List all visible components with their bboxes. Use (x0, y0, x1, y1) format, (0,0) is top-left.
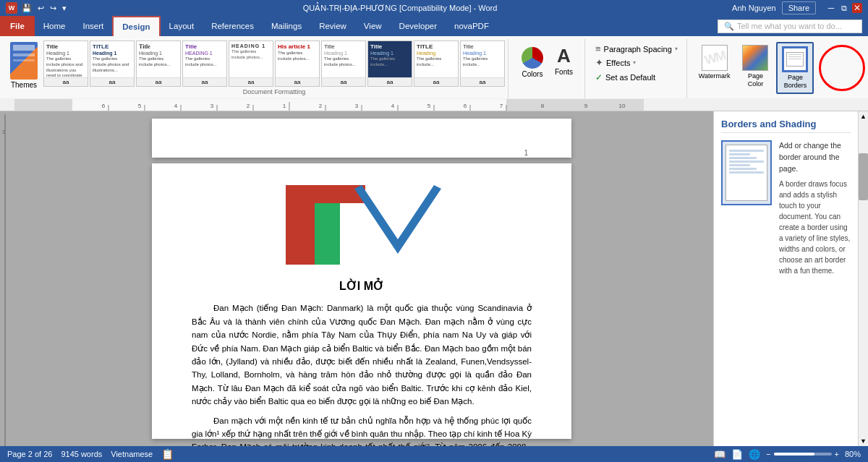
paragraph-2: Đan mạch với một nền kinh tế tư bản chủ … (192, 414, 532, 447)
theme-item-8[interactable]: Title Heading 1 The galleries include...… (367, 40, 412, 87)
page-info: Page 2 of 26 (7, 450, 52, 458)
themes-button[interactable]: Themes (7, 40, 41, 90)
themes-strip: Title Heading 1 The galleries include ph… (43, 40, 505, 87)
customize-qat-btn[interactable]: ▾ (61, 4, 68, 13)
svg-text:5: 5 (138, 103, 142, 109)
theme-item-6[interactable]: His article 1 The galleries include phot… (275, 40, 320, 87)
view-web-icon[interactable]: 🌐 (749, 449, 760, 460)
user-name: Anh Nguyen (732, 4, 776, 12)
tab-review[interactable]: Review (310, 16, 355, 36)
view-read-icon[interactable]: 📖 (714, 449, 726, 460)
effects-label: Effects (606, 59, 630, 67)
ribbon-tabs-row: File Home Insert Design Layout Reference… (0, 16, 868, 36)
page-background-buttons: WM Watermark PageColor PageBorders (694, 42, 814, 94)
page-color-button[interactable]: PageColor (737, 42, 773, 94)
effects-button[interactable]: ✦ Effects ▾ (592, 56, 681, 69)
user-area: Anh Nguyen (732, 4, 776, 12)
scrollbar-vertical[interactable]: ▲ ▼ (858, 111, 868, 446)
svg-text:10: 10 (619, 103, 626, 109)
zoom-in-icon[interactable]: + (835, 450, 839, 458)
tab-mailings[interactable]: Mailings (263, 16, 310, 36)
svg-text:6: 6 (102, 103, 106, 109)
tab-design[interactable]: Design (112, 16, 160, 36)
spacing-group: ≡ Paragraph Spacing ▾ ✦ Effects ▾ ✓ Set … (587, 39, 687, 98)
zoom-level: 80% (845, 450, 861, 458)
zoom-filled (774, 453, 814, 455)
word-count: 9145 words (61, 450, 102, 458)
svg-text:6: 6 (464, 103, 467, 109)
checkmark-icon: ✓ (595, 72, 603, 82)
theme-item-2[interactable]: TITLE Heading 1 The galleries include ph… (90, 40, 135, 87)
tab-insert[interactable]: Insert (75, 16, 113, 36)
theme-item-1[interactable]: Title Heading 1 The galleries include ph… (43, 40, 88, 87)
colors-button[interactable]: Colors (516, 42, 549, 81)
tab-view[interactable]: View (355, 16, 391, 36)
svg-rect-1 (14, 99, 72, 111)
ribbon-content: Themes Title Heading 1 The galleries inc… (0, 36, 868, 98)
page-borders-icon (782, 46, 808, 72)
colors-fonts-group: Colors A Fonts (510, 39, 585, 98)
themes-strip-area: Title Heading 1 The galleries include ph… (43, 40, 505, 95)
restore-button[interactable]: ⧉ (839, 3, 849, 13)
zoom-out-icon[interactable]: − (766, 450, 770, 458)
paragraph-spacing-label: Paragraph Spacing (604, 45, 672, 54)
themes-label: Themes (11, 81, 37, 89)
svg-text:3: 3 (355, 103, 359, 109)
svg-text:3: 3 (210, 103, 214, 109)
search-icon: 🔍 (724, 22, 734, 31)
panel-title: Borders and Shading (721, 119, 851, 133)
watermark-button[interactable]: WM Watermark (694, 42, 735, 94)
document-area: 1 LỜI MỞ Đan Mạch (tiếng Đan Mạch: Danma (10, 111, 713, 446)
theme-item-10[interactable]: Title Heading 1 The galleries include...… (460, 40, 505, 87)
theme-item-9[interactable]: TITLE Heading The galleries include... a… (414, 40, 459, 87)
window-title: QUẢN-TRỊ-ĐỊA-PHƯƠNG [Compatibility Mode]… (68, 4, 732, 13)
paragraph-spacing-button[interactable]: ≡ Paragraph Spacing ▾ (592, 42, 681, 56)
ribbon-tabs: File Home Insert Design Layout Reference… (0, 16, 498, 36)
minimize-button[interactable]: ─ (826, 3, 836, 13)
preview-line-3 (729, 157, 757, 159)
svg-text:2: 2 (319, 103, 323, 109)
page-borders-button[interactable]: PageBorders (776, 42, 814, 94)
view-layout-icon[interactable]: 📄 (731, 449, 743, 460)
svg-rect-33 (315, 203, 340, 265)
panel-preview-inner (726, 145, 767, 201)
document-formatting-label: Document Formatting (43, 87, 505, 95)
theme-item-4[interactable]: Title HEADING 1 The galleries include ph… (182, 40, 227, 87)
status-bar: Page 2 of 26 9145 words Vietnamese 📋 📖 📄… (0, 446, 868, 462)
effects-icon: ✦ (595, 57, 603, 68)
theme-item-5[interactable]: HEADING 1 The galleries include photos..… (229, 40, 273, 87)
svg-text:5: 5 (427, 103, 431, 109)
tab-home[interactable]: Home (35, 16, 75, 36)
svg-text:1: 1 (283, 103, 286, 109)
search-bar[interactable]: 🔍 Tell me what you want to do... (718, 20, 862, 33)
close-button[interactable]: ✕ (852, 3, 862, 13)
tab-novapdf[interactable]: novaPDF (446, 16, 498, 36)
title-bar-left: W 💾 ↩ ↪ ▾ (6, 2, 68, 14)
set-as-default-button[interactable]: ✓ Set as Default (592, 71, 658, 84)
tab-file[interactable]: File (0, 16, 35, 36)
document-heading: LỜI MỞ (192, 279, 532, 293)
watermark-icon: WM (702, 45, 728, 71)
zoom-slider[interactable] (774, 453, 832, 455)
ruler-marks: 1 2 3 4 5 6 2 3 4 5 6 7 8 9 10 (14, 99, 644, 111)
theme-item-7[interactable]: Title Heading 1 The galleries include ph… (321, 40, 366, 87)
preview-line-1 (729, 150, 764, 152)
tab-layout[interactable]: Layout (161, 16, 203, 36)
colors-label: Colors (522, 70, 543, 78)
redo-qat-btn[interactable]: ↪ (48, 4, 58, 13)
save-qat-btn[interactable]: 💾 (20, 4, 33, 13)
fonts-button[interactable]: A Fonts (549, 42, 579, 79)
tab-developer[interactable]: Developer (391, 16, 446, 36)
page-color-icon (742, 45, 768, 71)
undo-qat-btn[interactable]: ↩ (36, 4, 46, 13)
ruler: 1 2 3 4 5 6 2 3 4 5 6 7 8 9 10 (0, 98, 868, 111)
set-as-default-label: Set as Default (605, 73, 655, 82)
panel-preview-image (721, 140, 772, 205)
theme-item-3[interactable]: Title Heading 1 The galleries include ph… (136, 40, 181, 87)
share-button[interactable]: Share (782, 1, 816, 14)
paragraph-spacing-icon: ≡ (595, 43, 601, 54)
paragraph-1: Đan Mạch (tiếng Đan Mạch: Danmark) là mộ… (192, 301, 532, 408)
tab-references[interactable]: References (203, 16, 263, 36)
status-bar-left: Page 2 of 26 9145 words Vietnamese 📋 (7, 448, 174, 460)
page-color-label: PageColor (748, 72, 764, 88)
